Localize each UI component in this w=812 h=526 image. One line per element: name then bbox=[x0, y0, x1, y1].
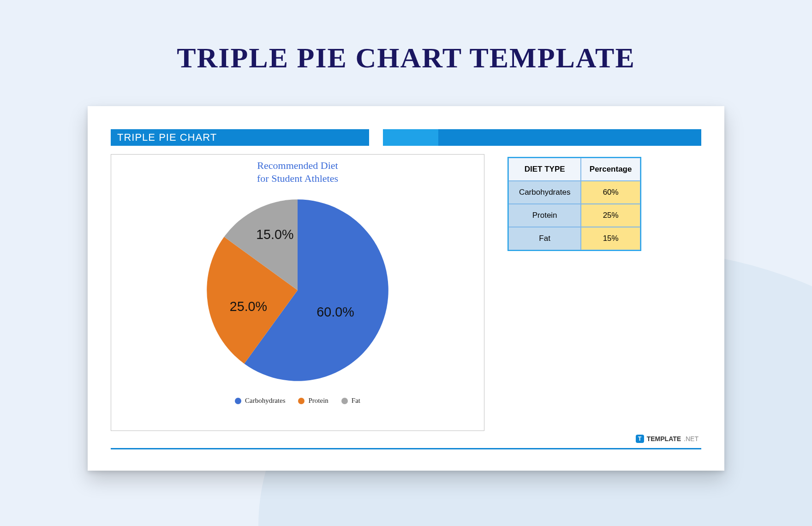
table-row: Fat bbox=[508, 227, 581, 250]
content-row: Recommended Diet for Student Athletes 60… bbox=[111, 154, 701, 431]
table-header-diet-type: DIET TYPE bbox=[508, 158, 581, 181]
pie-label-fat: 15.0% bbox=[256, 227, 293, 242]
pie-chart: 60.0% 25.0% 15.0% bbox=[203, 196, 392, 385]
banner-label: TRIPLE PIE CHART bbox=[111, 129, 369, 146]
banner-fill bbox=[438, 129, 701, 146]
banner-accent bbox=[383, 129, 438, 146]
template-card: TRIPLE PIE CHART Recommended Diet for St… bbox=[88, 106, 724, 471]
pie-label-protein: 25.0% bbox=[230, 299, 267, 314]
pie-svg: 60.0% 25.0% 15.0% bbox=[203, 196, 392, 385]
table-row: 60% bbox=[581, 181, 640, 204]
footer-divider bbox=[111, 448, 701, 449]
brand-suffix: .NET bbox=[684, 435, 699, 442]
legend-item-fat: Fat bbox=[341, 397, 360, 405]
table-row: 15% bbox=[581, 227, 640, 250]
chart-title-line2: for Student Athletes bbox=[257, 173, 338, 184]
legend-item-protein: Protein bbox=[298, 397, 328, 405]
brand-name: TEMPLATE bbox=[647, 435, 681, 442]
legend-dot-icon bbox=[341, 398, 348, 404]
banner: TRIPLE PIE CHART bbox=[111, 129, 701, 146]
chart-title: Recommended Diet for Student Athletes bbox=[257, 159, 338, 185]
table-row: Protein bbox=[508, 204, 581, 227]
chart-panel: Recommended Diet for Student Athletes 60… bbox=[111, 154, 484, 431]
brand-logo-icon: T bbox=[636, 435, 644, 443]
table-header-percentage: Percentage bbox=[581, 158, 640, 181]
table-row: 25% bbox=[581, 204, 640, 227]
legend-dot-icon bbox=[235, 398, 241, 404]
pie-label-carb: 60.0% bbox=[316, 305, 354, 319]
legend-item-carbohydrates: Carbohydrates bbox=[235, 397, 285, 405]
chart-legend: Carbohydrates Protein Fat bbox=[235, 397, 360, 405]
legend-label: Fat bbox=[352, 397, 360, 405]
legend-dot-icon bbox=[298, 398, 304, 404]
legend-label: Carbohydrates bbox=[245, 397, 285, 405]
chart-title-line1: Recommended Diet bbox=[257, 160, 338, 171]
brand-badge: T TEMPLATE.NET bbox=[636, 435, 699, 443]
page-title: TRIPLE PIE CHART TEMPLATE bbox=[0, 42, 812, 74]
data-table: DIET TYPE Percentage Carbohydrates 60% P… bbox=[508, 157, 641, 251]
banner-gap bbox=[369, 129, 383, 146]
legend-label: Protein bbox=[308, 397, 328, 405]
table-row: Carbohydrates bbox=[508, 181, 581, 204]
